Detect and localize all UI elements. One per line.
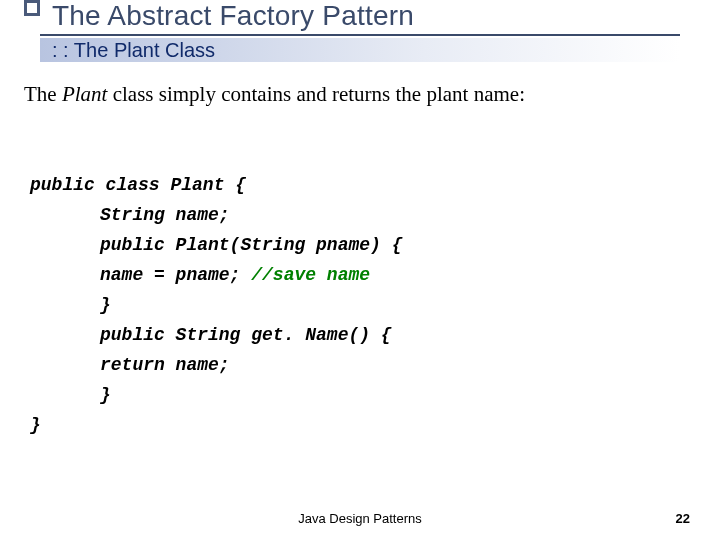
code-line-6: public String get. Name() { <box>100 325 392 345</box>
intro-emphasis: Plant <box>62 82 108 106</box>
code-line-7: return name; <box>100 355 230 375</box>
code-line-9: } <box>30 415 41 435</box>
code-line-8: } <box>100 385 111 405</box>
title-underline <box>40 34 680 36</box>
intro-pre: The <box>24 82 62 106</box>
code-line-3: public Plant(String pname) { <box>100 235 402 255</box>
title-bullet-icon <box>24 0 40 16</box>
code-line-4a: name = pname; <box>100 265 251 285</box>
slide-subtitle: : : The Plant Class <box>52 38 215 62</box>
slide: The Abstract Factory Pattern : : The Pla… <box>0 0 720 540</box>
code-block: public class Plant { String name; public… <box>30 140 402 440</box>
code-line-1: public class Plant { <box>30 175 246 195</box>
intro-text: The Plant class simply contains and retu… <box>24 82 525 107</box>
code-line-2: String name; <box>100 205 230 225</box>
footer-center-text: Java Design Patterns <box>0 511 720 526</box>
code-comment: //save name <box>251 265 370 285</box>
code-line-5: } <box>100 295 111 315</box>
intro-post: class simply contains and returns the pl… <box>107 82 525 106</box>
slide-title: The Abstract Factory Pattern <box>52 0 414 32</box>
footer-page-number: 22 <box>676 511 690 526</box>
